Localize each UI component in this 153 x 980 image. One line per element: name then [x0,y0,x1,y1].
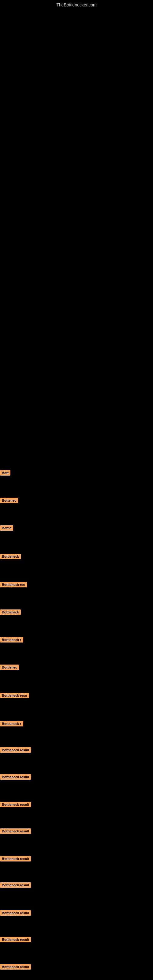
bottleneck-result-label: Bott [0,470,10,476]
bottleneck-result-label: Bottleneck result [0,964,31,970]
bottleneck-result-label: Bottleneck resu [0,693,29,698]
bottleneck-result-label: Bottleneck result [0,747,31,753]
bottleneck-result-label: Bottleneck res [0,582,27,587]
bottleneck-result-label: Bottleneck result [0,774,31,780]
bottleneck-result-label: Bottleneck result [0,937,31,942]
site-title: TheBottlenecker.com [0,0,153,7]
bottleneck-result-label: Bottleneck [0,554,21,559]
bottleneck-result-label: Bottleneck result [0,882,31,888]
bottleneck-result-label: Bottleneck result [0,856,31,861]
bottleneck-result-label: Bottenec [0,498,18,503]
bottleneck-result-label: Bottleneck result [0,802,31,807]
bottleneck-result-label: Bottle [0,525,13,531]
bottleneck-result-label: Bottlenec [0,665,19,670]
bottleneck-result-label: Bottleneck result [0,829,31,834]
bottleneck-result-label: Bottleneck r [0,721,23,726]
bottleneck-result-label: Bottleneck r [0,637,23,643]
bottleneck-result-label: Bottleneck [0,609,21,615]
bottleneck-result-label: Bottleneck result [0,910,31,916]
